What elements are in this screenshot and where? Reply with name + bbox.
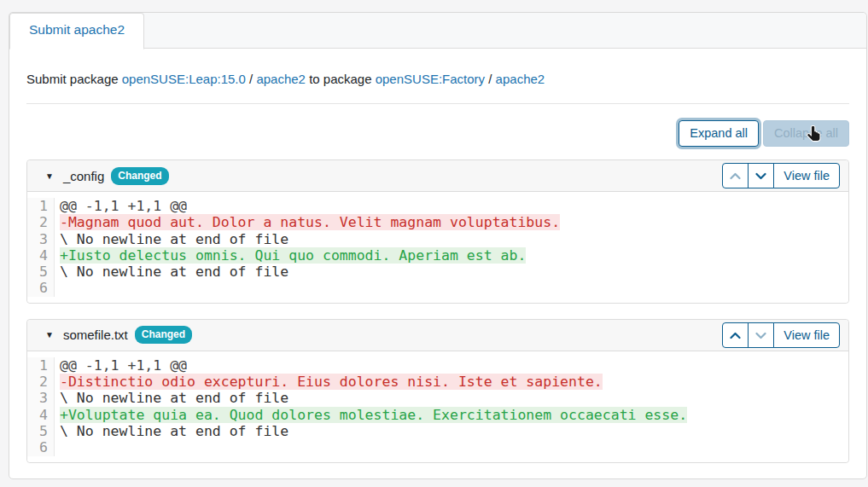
diff-line: 1@@ -1,1 +1,1 @@ <box>27 198 848 214</box>
line-content: \ No newline at end of file <box>55 423 288 439</box>
file-diff-card-config: ▼ _config Changed View file 1@@ -1,1 +1,… <box>26 159 849 304</box>
line-content: \ No newline at end of file <box>55 390 288 406</box>
line-number: 3 <box>27 231 55 247</box>
source-project-link[interactable]: openSUSE:Leap:15.0 <box>122 72 246 86</box>
summary-middle: to package <box>309 72 371 86</box>
line-number: 6 <box>27 439 55 455</box>
line-content <box>55 439 60 455</box>
line-content: +Voluptate quia ea. Quod dolores molesti… <box>55 407 687 423</box>
line-number: 1 <box>27 357 55 374</box>
prev-diff-button[interactable] <box>722 163 749 188</box>
diff-line: 2-Distinctio odio excepturi. Eius dolore… <box>27 374 848 390</box>
target-package-link[interactable]: apache2 <box>496 72 545 86</box>
line-content: \ No newline at end of file <box>55 264 288 280</box>
view-file-button[interactable]: View file <box>773 322 840 348</box>
submit-summary: Submit package openSUSE:Leap:15.0 / apac… <box>26 72 849 86</box>
submit-request-card: Submit apache2 Submit package openSUSE:L… <box>9 12 867 479</box>
prev-diff-button[interactable] <box>722 322 749 348</box>
page: { "tab": { "label": "Submit apache2" }, … <box>0 0 868 487</box>
line-content <box>55 280 60 296</box>
diff-line: 1@@ -1,1 +1,1 @@ <box>27 357 848 374</box>
diff-header[interactable]: ▼ somefile.txt Changed View file <box>27 320 848 351</box>
chevron-up-icon <box>730 328 741 342</box>
line-text: @@ -1,1 +1,1 @@ <box>60 357 187 374</box>
diff-line: 4+Iusto delectus omnis. Qui quo commodi.… <box>27 247 848 264</box>
changed-badge: Changed <box>111 167 168 185</box>
line-number: 4 <box>27 407 55 423</box>
line-number: 3 <box>27 390 55 406</box>
diff-line: 5\ No newline at end of file <box>27 423 848 439</box>
line-number: 4 <box>27 247 55 264</box>
line-number: 2 <box>27 214 55 230</box>
line-text: +Iusto delectus omnis. Qui quo commodi. … <box>60 247 526 264</box>
changed-badge: Changed <box>135 326 192 344</box>
source-package-link[interactable]: apache2 <box>256 72 306 86</box>
diff-line: 3\ No newline at end of file <box>27 231 848 247</box>
line-content: @@ -1,1 +1,1 @@ <box>55 357 187 374</box>
divider <box>26 103 849 104</box>
line-text: -Distinctio odio excepturi. Eius dolores… <box>60 374 603 390</box>
separator: / <box>488 72 492 86</box>
line-text: \ No newline at end of file <box>60 231 288 247</box>
line-number: 5 <box>27 423 55 439</box>
diff-body: 1@@ -1,1 +1,1 @@ 2-Magnam quod aut. Dolo… <box>27 192 848 303</box>
diff-toolbar: Expand allCollapse all <box>26 120 849 148</box>
line-text: \ No newline at end of file <box>60 264 288 280</box>
line-content: \ No newline at end of file <box>55 231 288 247</box>
tab-submit-apache2[interactable]: Submit apache2 <box>9 13 144 49</box>
file-name: somefile.txt <box>63 328 128 342</box>
line-number: 6 <box>27 280 55 296</box>
diff-line: 3\ No newline at end of file <box>27 390 848 406</box>
diff-header-actions: View file <box>722 163 840 188</box>
view-file-button[interactable]: View file <box>773 163 840 188</box>
line-content: -Distinctio odio excepturi. Eius dolores… <box>55 374 603 390</box>
card-body: Submit package openSUSE:Leap:15.0 / apac… <box>9 49 866 480</box>
summary-prefix: Submit package <box>26 72 119 86</box>
next-diff-button[interactable] <box>748 322 774 348</box>
line-content: @@ -1,1 +1,1 @@ <box>55 198 187 214</box>
chevron-down-icon <box>755 169 766 183</box>
line-text: -Magnam quod aut. Dolor a natus. Velit m… <box>60 214 560 230</box>
tab-bar: Submit apache2 <box>9 13 866 49</box>
line-number: 1 <box>27 198 55 214</box>
next-diff-button[interactable] <box>748 163 774 188</box>
line-text: \ No newline at end of file <box>60 423 288 439</box>
diff-line: 4+Voluptate quia ea. Quod dolores molest… <box>27 407 848 423</box>
collapse-caret-icon[interactable]: ▼ <box>45 171 54 181</box>
line-content: +Iusto delectus omnis. Qui quo commodi. … <box>55 247 526 264</box>
chevron-up-icon <box>730 169 741 183</box>
target-project-link[interactable]: openSUSE:Factory <box>376 72 485 86</box>
line-text: @@ -1,1 +1,1 @@ <box>60 198 187 214</box>
diff-line: 2-Magnam quod aut. Dolor a natus. Velit … <box>27 214 848 230</box>
diff-header-actions: View file <box>722 322 840 348</box>
collapse-caret-icon[interactable]: ▼ <box>45 330 54 339</box>
diff-line: 5\ No newline at end of file <box>27 264 848 280</box>
collapse-all-button[interactable]: Collapse all <box>763 120 849 147</box>
diff-body: 1@@ -1,1 +1,1 @@ 2-Distinctio odio excep… <box>27 351 848 462</box>
chevron-down-icon <box>755 328 766 342</box>
file-name: _config <box>63 169 104 183</box>
line-content: -Magnam quod aut. Dolor a natus. Velit m… <box>55 214 560 230</box>
file-diff-card-somefile: ▼ somefile.txt Changed View file 1@@ -1,… <box>26 319 849 463</box>
separator: / <box>249 72 253 86</box>
diff-header[interactable]: ▼ _config Changed View file <box>27 160 848 192</box>
diff-line: 6 <box>27 280 848 296</box>
line-number: 2 <box>27 374 55 390</box>
line-text: +Voluptate quia ea. Quod dolores molesti… <box>60 407 687 423</box>
line-number: 5 <box>27 264 55 280</box>
diff-line: 6 <box>27 439 848 455</box>
line-text: \ No newline at end of file <box>60 390 288 406</box>
expand-all-button[interactable]: Expand all <box>679 120 759 147</box>
